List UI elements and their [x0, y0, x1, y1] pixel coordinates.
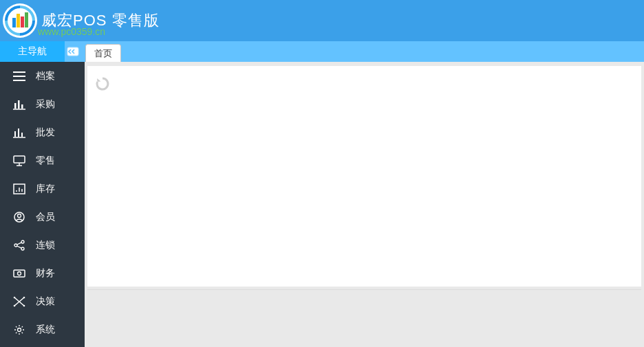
sidebar-item-label: 决策 [36, 295, 85, 308]
sidebar-item-label: 财务 [36, 267, 85, 280]
svg-point-35 [23, 296, 25, 298]
lines-icon [12, 69, 26, 83]
content-footer [87, 289, 641, 344]
svg-rect-9 [14, 103, 17, 109]
svg-point-25 [14, 244, 17, 247]
svg-point-31 [18, 271, 21, 275]
svg-line-29 [17, 246, 21, 248]
svg-point-27 [21, 247, 24, 250]
watermark-text: www.pc0359.cn [38, 26, 105, 37]
svg-point-34 [14, 296, 16, 298]
sidebar-item-purchase[interactable]: 采购 [0, 90, 85, 118]
svg-rect-3 [25, 12, 28, 27]
bars-icon [12, 98, 26, 111]
sidebar-item-wholesale[interactable]: 批发 [0, 118, 85, 146]
bars2-icon [12, 126, 26, 139]
content-area [85, 62, 644, 347]
svg-rect-1 [17, 14, 20, 27]
tab-home[interactable]: 首页 [85, 44, 121, 62]
svg-rect-11 [21, 104, 23, 109]
sidebar-item-retail[interactable]: 零售 [0, 146, 85, 175]
svg-rect-30 [14, 270, 25, 277]
sidebar-item-label: 零售 [36, 155, 85, 167]
svg-line-43 [16, 326, 17, 327]
sidebar-item-label: 连锁 [36, 239, 85, 251]
tab-label: 首页 [94, 47, 112, 60]
sidebar-item-decision[interactable]: 决策 [0, 287, 85, 315]
monitor-icon [12, 154, 26, 168]
sidebar-item-label: 库存 [36, 183, 85, 195]
user-icon [12, 210, 26, 224]
cross-icon [12, 295, 26, 309]
nav-bar: 主导航 首页 [0, 41, 644, 62]
sidebar-item-label: 档案 [36, 70, 85, 82]
svg-line-46 [16, 332, 17, 333]
sidebar-item-label: 系统 [36, 324, 85, 336]
svg-rect-16 [14, 156, 25, 163]
collapse-icon [67, 47, 79, 56]
content-panel [87, 66, 641, 287]
sidebar-item-finance[interactable]: 财务 [0, 259, 85, 287]
refresh-button[interactable] [95, 76, 110, 94]
svg-point-38 [18, 328, 21, 331]
svg-rect-0 [12, 18, 16, 27]
main-nav-label: 主导航 [0, 41, 65, 62]
svg-point-37 [23, 304, 25, 306]
sidebar-item-archive[interactable]: 档案 [0, 62, 85, 90]
sidebar-item-label: 会员 [36, 211, 85, 223]
share-icon [12, 238, 26, 252]
sidebar-item-member[interactable]: 会员 [0, 203, 85, 231]
refresh-icon [95, 76, 110, 91]
sidebar-item-inventory[interactable]: 库存 [0, 175, 85, 203]
sidebar-item-system[interactable]: 系统 [0, 315, 85, 344]
svg-point-36 [14, 304, 16, 306]
sidebar: 档案 采购 批发 零售 库存 [0, 62, 85, 347]
app-header: 威宏POS 零售版 www.pc0359.cn [0, 0, 644, 41]
svg-line-28 [17, 242, 21, 244]
collapse-sidebar-button[interactable] [65, 41, 81, 62]
svg-rect-2 [21, 16, 24, 27]
svg-line-44 [22, 332, 23, 333]
sidebar-item-label: 批发 [36, 126, 85, 139]
money-icon [12, 267, 26, 280]
chart-icon [12, 182, 26, 196]
app-logo [3, 3, 37, 38]
svg-line-45 [22, 326, 23, 327]
svg-point-24 [18, 214, 21, 217]
svg-rect-10 [18, 100, 20, 109]
gear-icon [12, 323, 26, 337]
sidebar-item-label: 采购 [36, 98, 85, 111]
svg-point-26 [21, 240, 24, 243]
sidebar-item-chain[interactable]: 连锁 [0, 231, 85, 259]
